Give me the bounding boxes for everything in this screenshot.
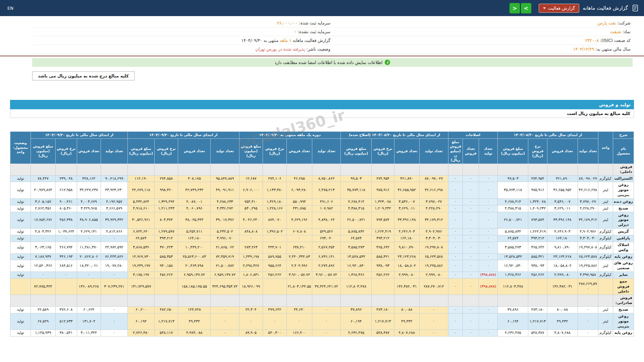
cell-corr-nerkh: ۳۶۵,۶۴۲ xyxy=(372,242,394,253)
cell-prev-tolid: ۳۰۷,۲۳۹,۲۷۱ xyxy=(101,278,127,295)
cell-prev-mablagh: ۰ xyxy=(31,272,55,279)
cell-adj-mablagh: ۰ xyxy=(448,313,463,330)
cell-month-nerkh: ۴۴۳,۷۰۱ xyxy=(263,242,286,253)
cell-adj-mablagh: ۰ xyxy=(448,229,463,235)
sub-header-cum-foroosh: تعداد فروش xyxy=(178,138,211,164)
empty-cell xyxy=(239,295,263,307)
company-info-item: گزارش فعالیت ماهانه ۱ ماهه منتهی به ۱۴۰۴… xyxy=(32,36,332,45)
cell-orig-nerkh: ۱,۳۲۳,۰۷۸ xyxy=(528,198,547,205)
company-info-item: کد صنعت (ISIC): ۲۳۲۰۰۸ xyxy=(332,36,633,45)
cell-orig-tolid: ۳,۳۰۳,۰۳۰ xyxy=(578,235,598,242)
cell-month-mablagh: ۱۸,۹۲۶,۰۹۹ xyxy=(239,278,263,295)
cell-cum-nerkh: ۳۹۳,۲۱۲ xyxy=(155,235,178,242)
cell-adj-tolid: ۰ xyxy=(479,175,498,182)
cell-orig-foroosh: ۴,۶۴۶,۹۰۳ xyxy=(547,229,578,235)
cell-month-nerkh: ۵۴۰,۳۰۰ xyxy=(263,330,286,337)
sub-header-orig-tolid: تعداد تولید xyxy=(578,138,598,164)
cell-orig-foroosh: ۱۶۴,۱۸۰ xyxy=(547,235,578,242)
cell-adj-tolid: ۰ xyxy=(479,307,498,313)
cell-prev-foroosh: ۱۳۱,۷۰۴ xyxy=(77,313,101,330)
cell-corr-mablagh: ۱,۳۶۸,۳۶۶ xyxy=(341,272,372,279)
production-table: شرحواحداز ابتدای سال مالی تا تاریخ ۱۴۰۴/… xyxy=(10,131,634,337)
status-cell: تولید xyxy=(10,182,31,199)
cell-prev-mablagh: ۳,۰۶۳,۱۶۵ xyxy=(31,242,55,253)
product-name-cell: ضدیخ xyxy=(613,307,634,313)
language-toggle[interactable]: EN xyxy=(5,6,16,11)
report-type-dropdown[interactable]: گزارش فعالیت xyxy=(539,4,579,13)
cell-cum-nerkh: ۹۹۸,۳۶۰ xyxy=(155,182,178,199)
empty-cell xyxy=(263,295,286,307)
unit-cell: کیلوگرم xyxy=(598,330,613,337)
cell-adj-mablagh: ۰ xyxy=(448,212,463,229)
next-report-button[interactable]: > xyxy=(521,3,531,13)
cell-orig-foroosh: ۳۳,۳۹۶,۱۴۸ xyxy=(547,212,578,229)
report-nav: > < xyxy=(509,3,531,13)
status-cell: تولید xyxy=(10,205,31,212)
report-icon xyxy=(631,4,639,12)
unit-cell: لیتر xyxy=(598,198,613,205)
empty-cell xyxy=(419,295,448,307)
cell-cum-nerkh: ۴۵۶,۲۶۲ xyxy=(155,272,178,279)
cell-orig-tolid: ۰ xyxy=(578,313,598,330)
cell-prev-tolid: ۰ xyxy=(101,330,127,337)
info-label: گزارش فعالیت ماهانه xyxy=(291,38,330,43)
cell-cum-foroosh: ۱۶۴,۱۸۰ xyxy=(178,235,211,242)
sub-header-cum-mablagh: مبلغ فروش (میلیون ریال) xyxy=(127,138,154,164)
chevron-down-icon xyxy=(543,7,546,9)
cell-month-mablagh: ۰ xyxy=(239,235,263,242)
cell-adj-foroosh: ۰ xyxy=(463,175,479,182)
prev-report-button[interactable]: < xyxy=(509,3,520,13)
cell-prev-tolid: ۹۰,۲۱۸,۲۹۹ xyxy=(101,175,127,182)
cell-orig-tolid: ۰ xyxy=(578,330,598,337)
cell-orig-nerkh: ۱,۲۶۴,۴۱۹ xyxy=(528,229,547,235)
status-cell: تولید xyxy=(10,235,31,242)
cell-cum-nerkh: ۳۷۰,۲۲۳ xyxy=(155,242,178,253)
cell-adj-tolid: ۰ xyxy=(479,253,498,260)
cell-month-foroosh: ۴۴,۶۴۰ xyxy=(286,307,312,313)
empty-cell xyxy=(101,295,127,307)
cell-adj-tolid: ۰ xyxy=(479,260,498,272)
cell-month-foroosh: ۶۳۸,۴۱۰ xyxy=(286,242,312,253)
col-header-unit: واحد xyxy=(598,132,613,164)
empty-cell xyxy=(10,295,31,307)
sub-header-orig-foroosh: تعداد فروش xyxy=(547,138,578,164)
cell-corr-tolid: ۳۴,۱۷۹,۳۱۲ xyxy=(419,212,448,229)
cell-corr-foroosh: ۸۰,۰۸۸ xyxy=(394,307,419,313)
cell-orig-nerkh: ۱,۲۰۹,۲۳۲ xyxy=(528,205,547,212)
cell-orig-foroosh: ۴,۸۰۷,۶۸۸ xyxy=(547,330,578,337)
cell-month-tolid: ۴۹۱,۶۰۶ xyxy=(312,198,341,205)
cell-cum-foroosh: ۵,۲۵۴,۷۱۱ xyxy=(178,229,211,235)
company-info-section: شرکت: نفت پارسسرمایه ثبت شده: ۲۶,۰۰۰,۰۰۰… xyxy=(32,19,633,54)
cell-prev-mablagh: ۳,۶۰۵,۱۵۷ xyxy=(31,198,55,205)
company-info-item: وضعیت ناشر: پذیرفته شده در بورس تهران xyxy=(32,45,332,54)
cell-prev-nerkh: ۰ xyxy=(55,272,77,279)
cell-prev-foroosh: ۳۸,۹۰۶,۸۵۵ xyxy=(77,212,101,229)
cell-corr-tolid: ۳,۷۹۷,۰۲۷ xyxy=(419,198,448,205)
cell-corr-mablagh: ۱۶,۹۴۰,۸۳۰ xyxy=(341,260,372,272)
cell-adj-mablagh: ۰ xyxy=(448,253,463,260)
cell-cum-tolid: ۲۱,۸۶۵,۰۶۲ xyxy=(211,242,239,253)
cell-cum-foroosh: ۴,۰۸۷,۰۰۱ xyxy=(178,198,211,205)
cell-corr-tolid: ۰ xyxy=(419,307,448,313)
empty-cell xyxy=(463,164,479,175)
cell-month-foroosh: ۶,۰۹۳,۲۸۰ xyxy=(286,182,312,199)
empty-cell xyxy=(31,164,55,175)
cell-corr-tolid: ۶۵,۶۲۳,۵۷۸ xyxy=(419,253,448,260)
cell-corr-tolid: ۰ xyxy=(419,330,448,337)
cell-cum-nerkh: ۸۰۳,۳۷۴ xyxy=(155,212,178,229)
cell-prev-mablagh: ۴,۸۰۳,۳۴۶ xyxy=(31,229,55,235)
cell-orig-mablagh: ۱۳,۵۲۸,۵۳۲ xyxy=(498,253,528,260)
cell-corr-tolid: ۳,۳۰۳,۰۳۰ xyxy=(419,235,448,242)
cell-month-nerkh: ۹۵۵,۶۶۴ xyxy=(263,260,286,272)
empty-cell xyxy=(10,164,31,175)
cell-month-nerkh: ۰ xyxy=(263,313,286,330)
product-name-cell: جمع فروش داخلی xyxy=(613,278,634,295)
cell-cum-foroosh: ۲۵,۵۶۳,۶۰۰.۸۳ xyxy=(178,253,211,260)
cell-cum-nerkh: ۱,۲۱۷,۷۱۳ xyxy=(155,313,178,330)
cell-month-foroosh: ۴۳۱,۷۸۵ xyxy=(286,205,312,212)
cell-corr-nerkh: ۲۷۴,۹۵۴ xyxy=(372,175,394,182)
cell-month-nerkh: ۴۵۶,۲۶۲ xyxy=(263,272,286,279)
cell-month-foroosh: ۰ xyxy=(286,313,312,330)
status-cell: تولید xyxy=(10,242,31,253)
unit-cell: کیلوگرم xyxy=(598,242,613,253)
